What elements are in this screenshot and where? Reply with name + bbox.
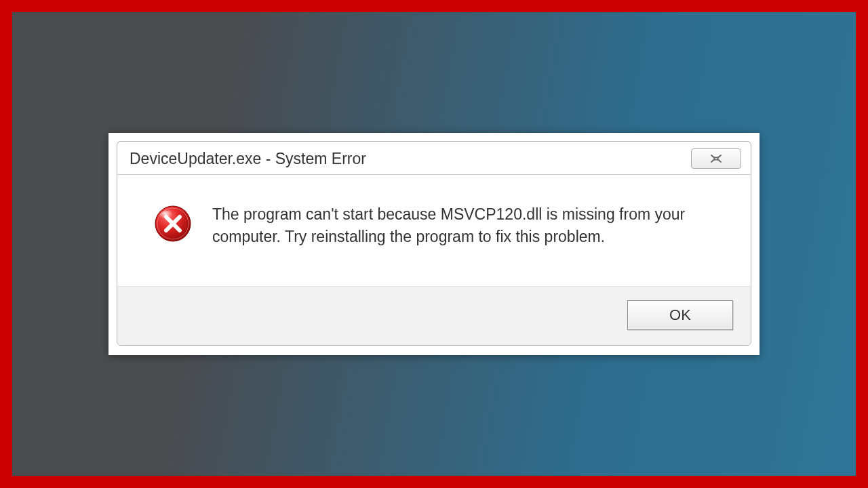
- dialog-body: The program can't start because MSVCP120…: [117, 175, 751, 285]
- close-icon: [709, 154, 724, 163]
- dialog-titlebar: DeviceUpdater.exe - System Error: [117, 142, 751, 174]
- error-message: The program can't start because MSVCP120…: [212, 203, 724, 247]
- dialog-container: DeviceUpdater.exe - System Error: [108, 133, 760, 354]
- error-icon: [154, 205, 192, 243]
- dialog-footer: OK: [117, 286, 751, 345]
- dialog-title: DeviceUpdater.exe - System Error: [130, 150, 366, 168]
- error-icon-container: [154, 205, 192, 243]
- ok-button[interactable]: OK: [627, 300, 733, 330]
- close-button[interactable]: [691, 148, 741, 169]
- error-dialog: DeviceUpdater.exe - System Error: [117, 141, 751, 345]
- background-frame: DeviceUpdater.exe - System Error: [12, 12, 856, 476]
